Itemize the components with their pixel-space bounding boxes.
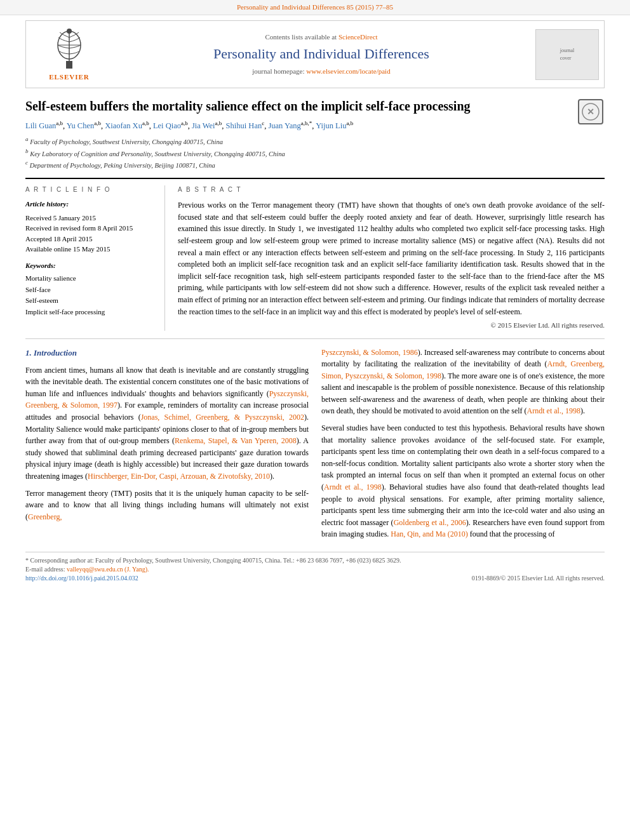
affiliation-c: c Department of Psychology, Peking Unive… bbox=[25, 159, 605, 170]
affiliation-b: b Key Laboratory of Cognition and Person… bbox=[25, 147, 605, 159]
keyword-1: Mortality salience bbox=[25, 273, 155, 284]
author-xiaofan-xu: Xiaofan Xu bbox=[105, 121, 142, 130]
ref-arndt-1998b[interactable]: Arndt et al., 1998 bbox=[527, 406, 580, 415]
author-yu-chen: Yu Chen bbox=[67, 121, 94, 130]
author-email[interactable]: valleyqq@swu.edu.cn (J. Yang). bbox=[67, 566, 149, 573]
article-info-column: A R T I C L E I N F O Article history: R… bbox=[25, 185, 165, 330]
article-info-abstract-section: A R T I C L E I N F O Article history: R… bbox=[25, 178, 605, 330]
received-date: Received 5 January 2015 bbox=[25, 213, 155, 223]
introduction-section: 1. Introduction From ancient times, huma… bbox=[25, 347, 605, 546]
journal-thumbnail: journalcover bbox=[535, 29, 599, 80]
journal-citation: Personality and Individual Differences 8… bbox=[237, 3, 393, 11]
journal-header: ELSEVIER Contents lists available at Sci… bbox=[25, 20, 605, 88]
abstract-column: A B S T R A C T Previous works on the Te… bbox=[178, 185, 605, 330]
elsevier-logo-area: ELSEVIER bbox=[31, 26, 107, 82]
intro-para-2: Terror management theory (TMT) posits th… bbox=[25, 488, 309, 523]
article-title-text: Self-esteem buffers the mortality salien… bbox=[25, 99, 471, 113]
ref-arndt-1998c[interactable]: Arndt et al., 1998 bbox=[324, 483, 382, 491]
article-title-block: Self-esteem buffers the mortality salien… bbox=[25, 98, 605, 114]
journal-center-info: Contents lists available at ScienceDirec… bbox=[107, 32, 535, 77]
journal-title: Personality and Individual Differences bbox=[107, 44, 535, 64]
svg-rect-0 bbox=[66, 61, 72, 69]
ref-renkema-2008[interactable]: Renkema, Stapel, & Van Yperen, 2008 bbox=[175, 436, 297, 445]
intro-col-left: 1. Introduction From ancient times, huma… bbox=[25, 347, 309, 546]
ref-hirschberger-2010[interactable]: Hirschberger, Ein-Dor, Caspi, Arzouan, &… bbox=[88, 472, 270, 481]
accepted-date: Accepted 18 April 2015 bbox=[25, 234, 155, 244]
affiliations-block: a Faculty of Psychology, Southwest Unive… bbox=[25, 135, 605, 170]
email-line: E-mail address: valleyqq@swu.edu.cn (J. … bbox=[25, 565, 605, 574]
crossmark-badge[interactable]: ✕ bbox=[576, 98, 605, 126]
page-footer: * Corresponding author at: Faculty of Ps… bbox=[25, 552, 605, 587]
journal-homepage-url[interactable]: www.elsevier.com/locate/paid bbox=[306, 67, 390, 75]
author-juan-yang: Juan Yang bbox=[268, 121, 300, 130]
elsevier-brand-label: ELSEVIER bbox=[49, 72, 90, 82]
intro-heading: 1. Introduction bbox=[25, 347, 309, 359]
journal-homepage: journal homepage: www.elsevier.com/locat… bbox=[107, 67, 535, 76]
main-content: Self-esteem buffers the mortality salien… bbox=[25, 98, 605, 545]
journal-citation-bar: Personality and Individual Differences 8… bbox=[0, 0, 630, 15]
author-lili-guan: Lili Guan bbox=[25, 121, 56, 130]
intro-col-right: Pyszczynski, & Solomon, 1986). Increased… bbox=[321, 347, 605, 546]
intro-para-3: Pyszczynski, & Solomon, 1986). Increased… bbox=[321, 347, 605, 418]
article-info-label: A R T I C L E I N F O bbox=[25, 185, 155, 194]
affiliation-a: a Faculty of Psychology, Southwest Unive… bbox=[25, 135, 605, 147]
corresponding-author-note: * Corresponding author at: Faculty of Ps… bbox=[25, 556, 605, 565]
author-yijun-liu: Yijun Liu bbox=[316, 121, 346, 130]
introduction-columns: 1. Introduction From ancient times, huma… bbox=[25, 347, 605, 546]
abstract-label: A B S T R A C T bbox=[178, 185, 605, 194]
ref-goldenberg-2006[interactable]: Goldenberg et al., 2006 bbox=[394, 518, 466, 527]
svg-text:✕: ✕ bbox=[587, 107, 594, 117]
keywords-label: Keywords: bbox=[25, 261, 155, 270]
abstract-text: Previous works on the Terror management … bbox=[178, 199, 605, 317]
footer-bottom-row: http://dx.doi.org/10.1016/j.paid.2015.04… bbox=[25, 574, 605, 583]
copyright-line: © 2015 Elsevier Ltd. All rights reserved… bbox=[178, 321, 605, 330]
ref-han-2010[interactable]: Han, Qin, and Ma (2010) bbox=[391, 530, 467, 538]
contents-line: Contents lists available at ScienceDirec… bbox=[107, 32, 535, 42]
author-shihui-han: Shihui Han bbox=[226, 121, 262, 130]
available-date: Available online 15 May 2015 bbox=[25, 244, 155, 255]
crossmark-icon: ✕ bbox=[578, 99, 603, 124]
keyword-2: Self-face bbox=[25, 284, 155, 296]
revised-date: Received in revised form 8 April 2015 bbox=[25, 223, 155, 234]
ref-pyszczynski-1986[interactable]: Pyszczynski, & Solomon, 1986 bbox=[321, 348, 418, 357]
ref-pyszczynski-1997[interactable]: Pyszczynski, Greenberg, & Solomon, 1997 bbox=[25, 389, 309, 410]
elsevier-tree-icon bbox=[44, 26, 95, 70]
author-lei-qiao: Lei Qiao bbox=[153, 121, 181, 130]
intro-para-4: Several studies have been conducted to t… bbox=[321, 422, 605, 540]
ref-arndt-1998[interactable]: Arndt, Greenberg, Simon, Pyszczynski, & … bbox=[321, 359, 605, 380]
svg-point-4 bbox=[67, 29, 72, 34]
authors-line: Lili Guana,b, Yu Chena,b, Xiaofan Xua,b,… bbox=[25, 119, 605, 132]
doi-link[interactable]: http://dx.doi.org/10.1016/j.paid.2015.04… bbox=[25, 574, 138, 583]
ref-greenberg-1986[interactable]: Greenberg, bbox=[28, 512, 62, 521]
section-divider bbox=[25, 338, 605, 339]
article-history-label: Article history: bbox=[25, 199, 155, 209]
intro-para-1: From ancient times, humans all know that… bbox=[25, 364, 309, 483]
author-jia-wei: Jia Wei bbox=[192, 121, 215, 130]
keyword-4: Implicit self-face processing bbox=[25, 307, 155, 318]
keyword-3: Self-esteem bbox=[25, 295, 155, 307]
issn-line: 0191-8869/© 2015 Elsevier Ltd. All right… bbox=[472, 574, 605, 583]
sciencedirect-link[interactable]: ScienceDirect bbox=[338, 33, 378, 41]
ref-jonas-2002[interactable]: Jonas, Schimel, Greenberg, & Pyszczynski… bbox=[141, 413, 304, 422]
